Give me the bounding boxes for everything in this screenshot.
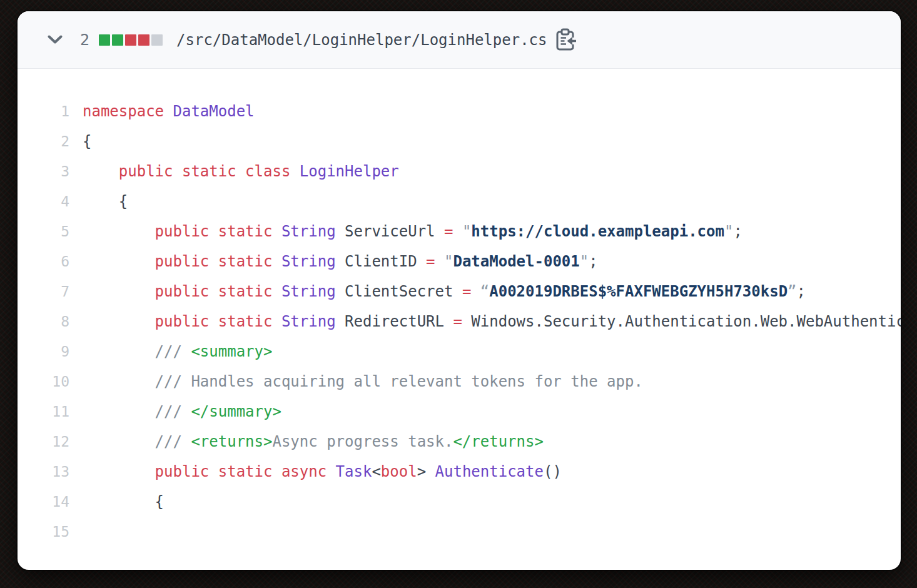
code-token-pl: { [83,493,164,510]
code-token-pl [83,313,155,330]
code-line: 14 { [18,487,901,517]
code-token-pl [435,253,444,270]
code-token-q: ” [788,283,796,300]
code-token-type: String [281,313,336,330]
code-token-q: " [462,223,471,240]
change-count: 2 [80,31,89,49]
copy-file-clipboard-icon[interactable] [555,28,577,52]
code-token-type: String [281,223,336,240]
code-viewer-card: 2 /src/DataModel/LoginHelper/LoginHelper… [18,11,901,570]
diff-stat-block [125,34,136,46]
code-line: 10 /// Handles acquiring all relevant to… [18,367,901,397]
code-token-str: A002019DRBES$%FAXFWEBGZYH5H730ksD [489,283,788,300]
diff-stat-block [151,34,163,46]
code-token-pl: ClientID [336,253,427,270]
line-number: 10 [18,373,69,390]
code-token-type: String [281,253,336,270]
code-token-pl: > [417,463,435,480]
diff-stat-block [99,34,110,46]
code-area: 1namespace DataModel2{3 public static cl… [18,69,901,547]
code-line: 4 { [18,186,901,216]
code-token-cm: /// [155,433,191,450]
file-header: 2 /src/DataModel/LoginHelper/LoginHelper… [18,11,901,69]
code-token-pl: ClientSecret [336,283,462,300]
collapse-chevron-icon[interactable] [47,34,63,45]
code-token-pl: { [83,133,91,150]
code-token-pl [83,463,155,480]
code-token-pl: { [83,193,128,210]
code-token-pl [83,253,155,270]
code-token-pl [83,343,155,360]
code-token-pl: RedirectURL [336,313,453,330]
code-token-pl [453,223,462,240]
code-token-q: " [580,253,589,270]
line-number: 5 [18,223,69,240]
code-token-pl: < [372,463,380,480]
code-token-pl: () [544,463,562,480]
code-line: 5 public static String ServiceUrl = "htt… [18,216,901,246]
code-token-kw: = [462,283,471,300]
code-token-q: " [724,223,733,240]
line-code: namespace DataModel [69,103,255,120]
code-token-cm: /// [155,403,191,420]
code-token-tag: <returns> [191,433,272,450]
code-token-pl [83,283,155,300]
code-token-tag: <summary> [191,343,272,360]
line-number: 15 [18,524,69,540]
code-token-pl [83,163,119,180]
diff-stat-block [112,34,123,46]
line-code: public static String ClientID = "DataMod… [69,253,598,270]
code-token-kw: public static class [119,163,291,180]
code-token-pl [327,463,335,480]
line-number: 2 [18,133,69,150]
code-line: 6 public static String ClientID = "DataM… [18,246,901,276]
code-token-kw: public static [155,313,273,330]
code-token-kw: = [426,253,435,270]
code-token-pl [83,433,155,450]
code-token-pl [272,283,281,300]
code-token-pl [83,403,155,420]
line-code: { [69,133,91,150]
code-token-cm: Async progress task. [272,433,453,450]
code-token-pl: Windows.Security.Authentication.Web.WebA… [462,313,901,330]
code-line: 2{ [18,126,901,156]
line-number: 11 [18,403,69,420]
code-token-type: LoginHelper [300,163,399,180]
line-number: 3 [18,163,69,180]
code-token-pl [272,253,281,270]
code-token-pl [83,223,155,240]
code-token-cm: /// Handles acquiring all relevant token… [155,373,643,390]
code-token-pl: ; [733,223,742,240]
code-token-tag: </summary> [191,403,281,420]
code-token-type: Authenticate [435,463,544,480]
line-number: 1 [18,103,69,119]
line-number: 14 [18,494,69,510]
code-token-kw: public static [155,223,273,240]
line-number: 4 [18,193,69,210]
line-number: 8 [18,313,69,330]
code-token-pl [272,313,281,330]
code-token-kw: bool [381,463,417,480]
code-token-pl [164,103,173,120]
code-token-kw: = [453,313,462,330]
line-number: 6 [18,253,69,270]
code-line: 9 /// <summary> [18,337,901,367]
line-code: /// <returns>Async progress task.</retur… [69,433,544,450]
code-token-type: String [281,283,336,300]
code-token-pl [471,283,480,300]
line-code: /// </summary> [69,403,281,420]
code-line: 3 public static class LoginHelper [18,156,901,186]
code-token-pl: ; [589,253,597,270]
line-number: 9 [18,343,69,360]
code-line: 13 public static async Task<bool> Authen… [18,457,901,487]
line-code: /// <summary> [69,343,272,360]
line-code: public static String ServiceUrl = "https… [69,223,742,240]
code-line: 8 public static String RedirectURL = Win… [18,307,901,337]
code-token-pl [272,223,281,240]
line-code: public static String RedirectURL = Windo… [69,313,901,330]
code-token-q: " [444,253,453,270]
code-line: 15 [18,517,901,547]
line-code: { [69,493,164,510]
line-number: 12 [18,433,69,450]
code-token-kw: = [444,223,453,240]
